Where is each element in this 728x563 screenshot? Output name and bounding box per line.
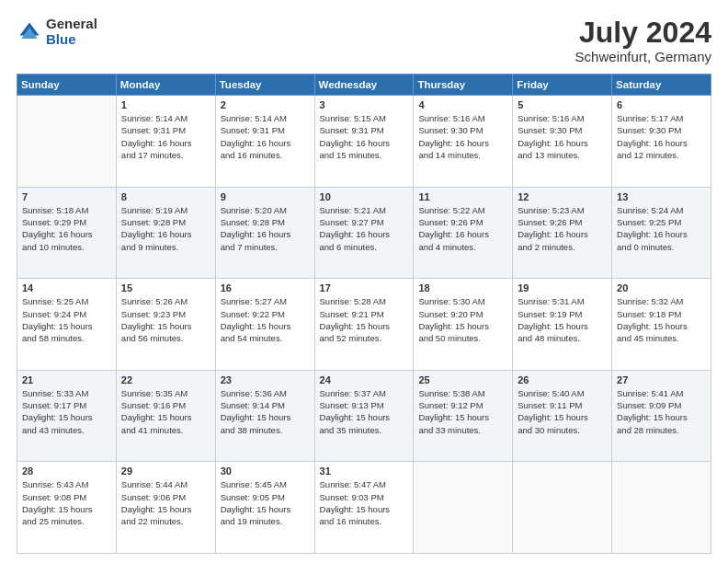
day-info: Sunrise: 5:18 AM Sunset: 9:29 PM Dayligh… [22, 204, 111, 253]
day-number: 6 [617, 99, 706, 110]
calendar-week-row: 28Sunrise: 5:43 AM Sunset: 9:08 PM Dayli… [17, 462, 711, 554]
calendar-cell: 12Sunrise: 5:23 AM Sunset: 9:26 PM Dayli… [513, 187, 612, 279]
calendar-cell: 9Sunrise: 5:20 AM Sunset: 9:28 PM Daylig… [215, 187, 314, 279]
day-info: Sunrise: 5:37 AM Sunset: 9:13 PM Dayligh… [320, 387, 409, 436]
calendar-cell: 27Sunrise: 5:41 AM Sunset: 9:09 PM Dayli… [612, 370, 711, 462]
calendar-cell [414, 462, 513, 554]
day-info: Sunrise: 5:22 AM Sunset: 9:26 PM Dayligh… [418, 204, 507, 253]
day-info: Sunrise: 5:47 AM Sunset: 9:03 PM Dayligh… [320, 478, 409, 527]
calendar-week-row: 1Sunrise: 5:14 AM Sunset: 9:31 PM Daylig… [17, 96, 711, 188]
weekday-header: Wednesday [314, 75, 414, 96]
day-number: 17 [320, 282, 409, 293]
calendar-cell: 23Sunrise: 5:36 AM Sunset: 9:14 PM Dayli… [215, 370, 314, 462]
weekday-header: Thursday [414, 75, 513, 96]
day-info: Sunrise: 5:28 AM Sunset: 9:21 PM Dayligh… [320, 295, 409, 344]
calendar-cell: 4Sunrise: 5:16 AM Sunset: 9:30 PM Daylig… [414, 96, 513, 188]
day-number: 12 [518, 191, 607, 202]
calendar-cell: 5Sunrise: 5:16 AM Sunset: 9:30 PM Daylig… [513, 96, 612, 188]
day-info: Sunrise: 5:27 AM Sunset: 9:22 PM Dayligh… [221, 295, 310, 344]
day-info: Sunrise: 5:44 AM Sunset: 9:06 PM Dayligh… [121, 478, 210, 527]
calendar-cell: 14Sunrise: 5:25 AM Sunset: 9:24 PM Dayli… [17, 279, 117, 371]
calendar-cell [17, 96, 117, 188]
day-info: Sunrise: 5:41 AM Sunset: 9:09 PM Dayligh… [617, 387, 706, 436]
calendar-cell: 21Sunrise: 5:33 AM Sunset: 9:17 PM Dayli… [17, 370, 117, 462]
logo-general: General [46, 17, 97, 32]
day-info: Sunrise: 5:14 AM Sunset: 9:31 PM Dayligh… [121, 112, 210, 161]
weekday-header: Tuesday [215, 75, 314, 96]
logo: General Blue [17, 17, 97, 47]
calendar-cell: 24Sunrise: 5:37 AM Sunset: 9:13 PM Dayli… [314, 370, 414, 462]
day-info: Sunrise: 5:21 AM Sunset: 9:27 PM Dayligh… [320, 204, 409, 253]
day-number: 18 [418, 282, 507, 293]
day-number: 13 [617, 191, 706, 202]
weekday-header: Saturday [612, 75, 711, 96]
day-number: 26 [518, 374, 607, 385]
day-number: 27 [617, 374, 706, 385]
calendar-cell: 26Sunrise: 5:40 AM Sunset: 9:11 PM Dayli… [513, 370, 612, 462]
day-number: 3 [320, 99, 409, 110]
day-number: 7 [22, 191, 111, 202]
page: General Blue July 2024 Schweinfurt, Germ… [0, 0, 728, 563]
header: General Blue July 2024 Schweinfurt, Germ… [17, 17, 711, 64]
calendar-cell: 18Sunrise: 5:30 AM Sunset: 9:20 PM Dayli… [414, 279, 513, 371]
day-number: 29 [121, 465, 210, 477]
day-info: Sunrise: 5:25 AM Sunset: 9:24 PM Dayligh… [22, 295, 111, 344]
calendar-cell: 31Sunrise: 5:47 AM Sunset: 9:03 PM Dayli… [314, 462, 414, 554]
day-number: 8 [121, 191, 210, 202]
day-number: 2 [221, 99, 310, 110]
day-number: 5 [518, 99, 607, 110]
day-number: 16 [221, 282, 310, 293]
day-number: 19 [518, 282, 607, 293]
calendar-cell: 6Sunrise: 5:17 AM Sunset: 9:30 PM Daylig… [612, 96, 711, 188]
day-info: Sunrise: 5:32 AM Sunset: 9:18 PM Dayligh… [617, 295, 706, 344]
calendar-week-row: 21Sunrise: 5:33 AM Sunset: 9:17 PM Dayli… [17, 370, 711, 462]
calendar-week-row: 14Sunrise: 5:25 AM Sunset: 9:24 PM Dayli… [17, 279, 711, 371]
calendar-cell: 20Sunrise: 5:32 AM Sunset: 9:18 PM Dayli… [612, 279, 711, 371]
day-number: 28 [22, 465, 111, 477]
calendar-table: SundayMondayTuesdayWednesdayThursdayFrid… [17, 74, 711, 554]
weekday-header: Sunday [17, 75, 117, 96]
day-number: 9 [221, 191, 310, 202]
day-number: 4 [418, 99, 507, 110]
day-number: 10 [320, 191, 409, 202]
day-number: 24 [320, 374, 409, 385]
calendar-cell: 16Sunrise: 5:27 AM Sunset: 9:22 PM Dayli… [215, 279, 314, 371]
calendar-cell: 2Sunrise: 5:14 AM Sunset: 9:31 PM Daylig… [215, 96, 314, 188]
weekday-header: Friday [513, 75, 612, 96]
day-info: Sunrise: 5:33 AM Sunset: 9:17 PM Dayligh… [22, 387, 111, 436]
day-info: Sunrise: 5:24 AM Sunset: 9:25 PM Dayligh… [617, 204, 706, 253]
logo-blue: Blue [46, 32, 97, 48]
day-number: 20 [617, 282, 706, 293]
day-number: 23 [221, 374, 310, 385]
calendar-cell: 15Sunrise: 5:26 AM Sunset: 9:23 PM Dayli… [116, 279, 215, 371]
calendar-cell [513, 462, 612, 554]
calendar-cell: 28Sunrise: 5:43 AM Sunset: 9:08 PM Dayli… [17, 462, 117, 554]
day-number: 15 [121, 282, 210, 293]
calendar-cell: 3Sunrise: 5:15 AM Sunset: 9:31 PM Daylig… [314, 96, 414, 188]
day-number: 11 [418, 191, 507, 202]
calendar-header-row: SundayMondayTuesdayWednesdayThursdayFrid… [17, 75, 711, 96]
day-info: Sunrise: 5:17 AM Sunset: 9:30 PM Dayligh… [617, 112, 706, 161]
day-info: Sunrise: 5:30 AM Sunset: 9:20 PM Dayligh… [418, 295, 507, 344]
day-number: 30 [221, 465, 310, 477]
day-info: Sunrise: 5:16 AM Sunset: 9:30 PM Dayligh… [418, 112, 507, 161]
day-info: Sunrise: 5:20 AM Sunset: 9:28 PM Dayligh… [221, 204, 310, 253]
calendar-cell: 29Sunrise: 5:44 AM Sunset: 9:06 PM Dayli… [116, 462, 215, 554]
calendar-cell: 1Sunrise: 5:14 AM Sunset: 9:31 PM Daylig… [116, 96, 215, 188]
day-info: Sunrise: 5:15 AM Sunset: 9:31 PM Dayligh… [320, 112, 409, 161]
calendar-cell [612, 462, 711, 554]
calendar-cell: 10Sunrise: 5:21 AM Sunset: 9:27 PM Dayli… [314, 187, 414, 279]
calendar-cell: 25Sunrise: 5:38 AM Sunset: 9:12 PM Dayli… [414, 370, 513, 462]
calendar-cell: 13Sunrise: 5:24 AM Sunset: 9:25 PM Dayli… [612, 187, 711, 279]
calendar-week-row: 7Sunrise: 5:18 AM Sunset: 9:29 PM Daylig… [17, 187, 711, 279]
day-number: 21 [22, 374, 111, 385]
day-number: 1 [121, 99, 210, 110]
day-info: Sunrise: 5:43 AM Sunset: 9:08 PM Dayligh… [22, 478, 111, 527]
day-info: Sunrise: 5:31 AM Sunset: 9:19 PM Dayligh… [518, 295, 607, 344]
weekday-header: Monday [116, 75, 215, 96]
main-title: July 2024 [575, 17, 711, 49]
day-info: Sunrise: 5:19 AM Sunset: 9:28 PM Dayligh… [121, 204, 210, 253]
calendar-cell: 11Sunrise: 5:22 AM Sunset: 9:26 PM Dayli… [414, 187, 513, 279]
calendar-cell: 7Sunrise: 5:18 AM Sunset: 9:29 PM Daylig… [17, 187, 117, 279]
subtitle: Schweinfurt, Germany [575, 49, 711, 64]
